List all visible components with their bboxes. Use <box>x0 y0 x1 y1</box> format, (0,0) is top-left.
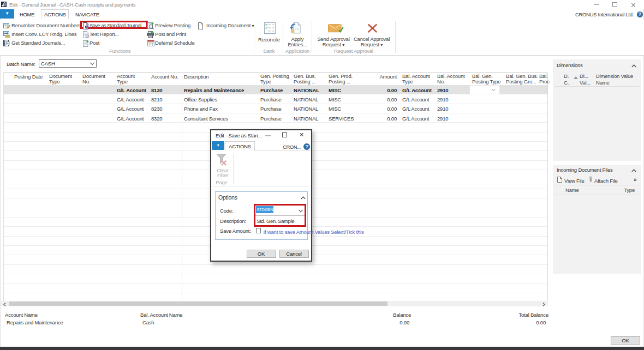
svg-text:e: e <box>7 41 9 45</box>
